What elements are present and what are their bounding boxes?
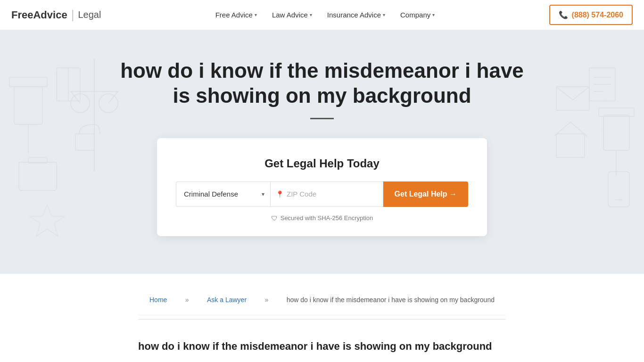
hero-content: how do i know if the misdemeanor i have … <box>9 58 635 236</box>
nav-law-advice[interactable]: Law Advice ▾ <box>266 7 318 23</box>
logo-divider: | <box>71 8 74 22</box>
get-legal-help-button[interactable]: Get Legal Help → <box>383 181 468 207</box>
site-logo[interactable]: Free Advice | Legal <box>11 8 101 22</box>
nav-company-label: Company <box>400 11 430 19</box>
nav-law-advice-label: Law Advice <box>272 11 308 19</box>
shield-icon: 🛡 <box>271 214 278 222</box>
card-form: Criminal Defense Personal Injury Family … <box>176 181 468 207</box>
secure-text: 🛡 Secured with SHA-256 Encryption <box>176 214 468 222</box>
category-select[interactable]: Criminal Defense Personal Injury Family … <box>176 181 270 207</box>
phone-icon: 📞 <box>559 10 568 19</box>
category-select-wrapper: Criminal Defense Personal Injury Family … <box>176 181 270 207</box>
logo-advice: Advice <box>33 9 67 21</box>
card-title: Get Legal Help Today <box>176 157 468 170</box>
question-body: i was charged with commercial burglary t… <box>138 360 506 362</box>
main-nav: Free Advice | Legal Free Advice ▾ Law Ad… <box>0 0 644 30</box>
phone-number: (888) 574-2060 <box>572 11 623 19</box>
breadcrumb-ask-lawyer[interactable]: Ask a Lawyer <box>207 296 247 304</box>
secure-label: Secured with SHA-256 Encryption <box>281 214 373 222</box>
breadcrumb-home[interactable]: Home <box>149 296 167 304</box>
chevron-down-icon-3: ▾ <box>383 12 385 17</box>
location-pin-icon: 📍 <box>276 190 284 198</box>
breadcrumb-section: Home » Ask a Lawyer » how do i know if t… <box>129 274 515 327</box>
phone-button[interactable]: 📞 (888) 574-2060 <box>549 5 633 25</box>
nav-free-advice-label: Free Advice <box>215 11 253 19</box>
nav-company[interactable]: Company ▾ <box>395 7 440 23</box>
nav-insurance-advice-label: Insurance Advice <box>327 11 381 19</box>
chevron-down-icon-2: ▾ <box>310 12 312 17</box>
help-card: Get Legal Help Today Criminal Defense Pe… <box>157 138 487 236</box>
breadcrumb-current: how do i know if the misdemeanor i have … <box>287 296 495 304</box>
breadcrumb: Home » Ask a Lawyer » how do i know if t… <box>138 285 506 315</box>
question-title: how do i know if the misdemeanor i have … <box>138 340 506 353</box>
hero-section: how do i know if the misdemeanor i have … <box>0 30 644 274</box>
logo-legal: Legal <box>78 9 101 20</box>
hero-divider <box>310 118 334 119</box>
nav-links: Free Advice ▾ Law Advice ▾ Insurance Adv… <box>210 7 441 23</box>
zip-wrapper: 📍 <box>270 181 383 207</box>
breadcrumb-separator-1: » <box>185 296 189 304</box>
breadcrumb-separator-2: » <box>265 296 269 304</box>
chevron-down-icon: ▾ <box>255 12 257 17</box>
nav-insurance-advice[interactable]: Insurance Advice ▾ <box>322 7 391 23</box>
content-section: how do i know if the misdemeanor i have … <box>129 327 515 362</box>
nav-free-advice[interactable]: Free Advice ▾ <box>210 7 263 23</box>
breadcrumb-divider <box>138 319 506 320</box>
zip-input[interactable] <box>270 181 383 207</box>
chevron-down-icon-4: ▾ <box>432 12 435 17</box>
logo-free: Free <box>11 9 33 21</box>
hero-title: how do i know if the misdemeanor i have … <box>110 58 534 108</box>
